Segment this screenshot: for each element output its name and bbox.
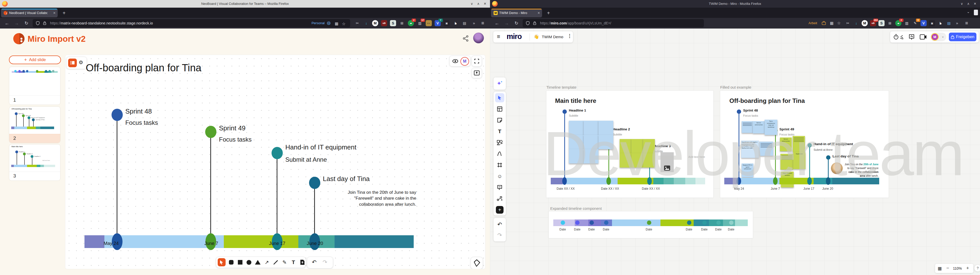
- milestone-note[interactable]: Join Tina on the 20th of June to say "Fa…: [843, 163, 878, 178]
- text-tool-icon[interactable]: T: [495, 127, 504, 136]
- tab-miro[interactable]: M TWIM Demo - Miro ✕: [491, 9, 542, 17]
- line-tool[interactable]: [272, 259, 279, 266]
- miro-logo[interactable]: miro: [507, 32, 522, 41]
- date-label[interactable]: Date XX / XX: [557, 187, 575, 190]
- back-icon[interactable]: ←: [5, 18, 9, 28]
- subtitle[interactable]: Focus tasks: [743, 114, 758, 117]
- tab-list-chevron-icon[interactable]: ⌄: [967, 9, 970, 14]
- sticky-note[interactable]: [620, 153, 632, 168]
- brush-extension-icon[interactable]: ✎8: [912, 20, 918, 26]
- zoom-level[interactable]: 110%: [953, 266, 962, 270]
- frame-filled-out-example[interactable]: Off-boarding plan for Tina Sprint 48 Foc…: [720, 91, 889, 198]
- date-label[interactable]: Date: [701, 228, 708, 231]
- frames-panel-icon[interactable]: ▦: [938, 266, 942, 271]
- main-menu-icon[interactable]: ≡: [497, 33, 500, 40]
- select-tool-active[interactable]: [495, 93, 504, 102]
- ublock-shield-icon[interactable]: uB253: [870, 20, 876, 26]
- s-extension-icon[interactable]: S: [878, 20, 885, 26]
- permissions-icon[interactable]: ▦: [335, 21, 339, 26]
- pen-tool[interactable]: ✎: [282, 259, 288, 266]
- new-tab-button[interactable]: +: [60, 9, 68, 17]
- date-label[interactable]: Date: [574, 228, 580, 231]
- headline[interactable]: Headline 1: [569, 109, 586, 112]
- frame-label[interactable]: Filled out example: [720, 85, 751, 89]
- frame-title[interactable]: Off-boarding plan for Tina: [729, 97, 805, 104]
- new-tab-button[interactable]: +: [545, 9, 552, 17]
- text-tool[interactable]: T: [290, 259, 297, 266]
- vault-extension-icon[interactable]: V7: [434, 20, 441, 26]
- date-label[interactable]: Date: [588, 228, 595, 231]
- grid-plus-extension-icon[interactable]: ⊞: [887, 20, 893, 26]
- tab-close-icon[interactable]: ✕: [538, 9, 540, 17]
- sticky-note[interactable]: [584, 135, 598, 149]
- milestone-title[interactable]: Last day of Tina: [323, 175, 370, 183]
- menu-icon[interactable]: ≡: [965, 18, 968, 28]
- sticky-note[interactable]: Coordinate with legal e-commerce on new …: [741, 141, 759, 158]
- milestone-dot-lastday[interactable]: [309, 177, 320, 189]
- sticky-note[interactable]: Term consistency map-out workshop: [765, 120, 777, 135]
- timer-reactions-icon[interactable]: [893, 34, 904, 40]
- timeline-bar[interactable]: [724, 178, 879, 184]
- sticky-note[interactable]: [598, 135, 613, 149]
- thumb-extension-icon[interactable]: ☛: [452, 20, 458, 26]
- download-extension-icon[interactable]: ↓: [853, 20, 859, 26]
- subtitle[interactable]: Focus tasks: [780, 133, 794, 136]
- sticky-note[interactable]: Support PO in sprint refinement: [741, 163, 753, 177]
- forward-icon[interactable]: →: [504, 18, 509, 28]
- sticker-tool-icon[interactable]: ☺: [495, 172, 504, 181]
- sticky-note-lines[interactable]: [741, 121, 753, 133]
- milestone-dot-sprint49[interactable]: [205, 126, 216, 138]
- date-label[interactable]: Date: [603, 228, 609, 231]
- zoom-out-icon[interactable]: −: [946, 266, 949, 271]
- date-label[interactable]: May 24: [734, 187, 744, 190]
- page-extension-icon[interactable]: ▤: [461, 20, 468, 26]
- rounded-rect-tool[interactable]: [228, 259, 234, 266]
- help-button[interactable]: ?: [974, 265, 980, 272]
- milestone-note[interactable]: Join Tina on the 20th of June to say "Fa…: [347, 190, 416, 207]
- close-icon[interactable]: ✕: [484, 2, 487, 6]
- shapes-tool-icon[interactable]: [495, 138, 504, 147]
- date-label[interactable]: Date: [646, 228, 652, 231]
- sticky-note-tool-icon[interactable]: [495, 115, 504, 125]
- select-tool-active[interactable]: [218, 258, 226, 266]
- url-bar[interactable]: https://matrix-neoboard-standalone.neoto…: [33, 19, 350, 27]
- close-icon[interactable]: ✕: [974, 2, 977, 6]
- share-board-button[interactable]: Freigeben: [949, 33, 977, 41]
- milestone-title[interactable]: Sprint 48: [125, 107, 152, 115]
- sticky-note[interactable]: [598, 121, 613, 135]
- milestone-title[interactable]: Sprint 49: [219, 124, 245, 132]
- sticky-note[interactable]: Scrum ceremonies: [753, 121, 765, 133]
- avatar-chip[interactable]: M ⌄: [931, 33, 946, 41]
- reload-icon[interactable]: ↻: [514, 18, 518, 28]
- s-extension-icon[interactable]: S: [390, 20, 396, 26]
- dark-extension-icon[interactable]: ▣: [929, 20, 935, 26]
- sticky-note[interactable]: Hypercare: [793, 152, 805, 169]
- updates-extension-icon[interactable]: ▰2: [895, 20, 901, 26]
- maximize-icon[interactable]: ∧: [477, 2, 480, 6]
- subtitle[interactable]: Submit at Anne: [814, 148, 833, 151]
- overflow-chevrons-icon[interactable]: »: [956, 18, 958, 28]
- milestone-subtitle[interactable]: Focus tasks: [219, 136, 251, 143]
- forward-icon[interactable]: →: [14, 18, 19, 28]
- gear-icon[interactable]: ⚙: [79, 59, 83, 65]
- date-label[interactable]: Date XX / XX: [601, 187, 619, 190]
- sticky-note[interactable]: Scrum ceremonies: [780, 138, 792, 151]
- milestone-dot[interactable]: [563, 109, 567, 114]
- date-label[interactable]: Date: [715, 228, 721, 231]
- overflow-chevrons-icon[interactable]: »: [473, 18, 475, 28]
- date-label[interactable]: June 7: [771, 187, 780, 190]
- slide-thumbnail-3[interactable]: Main title here Headline 1 Headline 2 He…: [9, 144, 60, 181]
- library-extension-icon[interactable]: ▥: [904, 20, 910, 26]
- date-label[interactable]: Date: [728, 228, 734, 231]
- m-extension-icon[interactable]: M: [372, 20, 378, 26]
- date-label[interactable]: June 17: [803, 187, 815, 190]
- ai-sparkle-icon[interactable]: ✦✦: [495, 79, 504, 88]
- date-label[interactable]: Date XX / XX: [642, 187, 660, 190]
- headline[interactable]: Hand-in of IT equipment: [814, 142, 853, 146]
- vault-extension-icon[interactable]: V: [921, 20, 927, 26]
- headline[interactable]: Sprint 48: [743, 109, 758, 112]
- image-placeholder[interactable]: [660, 152, 674, 172]
- undo-icon[interactable]: ↶: [312, 259, 317, 266]
- zoom-in-icon[interactable]: +: [966, 266, 969, 271]
- sticky-note-lines[interactable]: [759, 142, 773, 156]
